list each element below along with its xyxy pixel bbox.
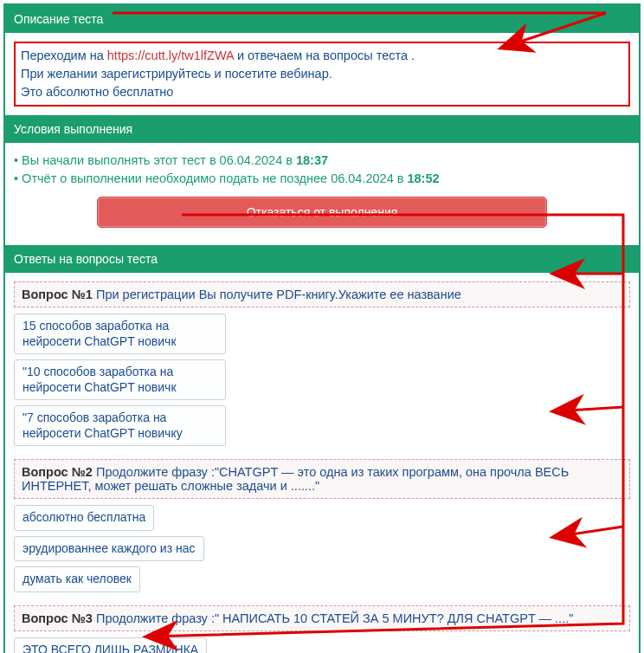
question-box-3: Вопрос №3 Продолжите фразу :" НАПИСАТЬ 1…	[14, 605, 630, 631]
question-number-1: Вопрос №1	[22, 288, 93, 301]
question-number-3: Вопрос №3	[22, 611, 93, 625]
section-header-answers: Ответы на вопросы теста	[5, 245, 639, 273]
q1-option-3[interactable]: "7 способов заработка на нейросети ChatG…	[14, 405, 226, 446]
desc-text-1a: Переходим на	[21, 48, 107, 62]
cond-due-time: 18:52	[407, 171, 439, 185]
q2-option-3[interactable]: думать как человек	[14, 566, 140, 592]
q1-option-2[interactable]: "10 способов заработка на нейросети Chat…	[14, 359, 226, 400]
description-highlight-box: Переходим на https://cutt.ly/tw1lfZWA и …	[14, 42, 630, 107]
q2-option-2[interactable]: эрудированнее каждого из нас	[14, 536, 204, 562]
q2-option-1[interactable]: абсолютно бесплатна	[14, 505, 154, 531]
desc-text-1b: и отвечаем на вопросы теста .	[234, 48, 415, 62]
cond-start-time: 18:37	[296, 153, 328, 167]
question-text-3: Продолжите фразу :" НАПИСАТЬ 10 СТАТЕЙ З…	[93, 611, 573, 625]
question-text-2: Продолжите фразу :"CHATGPT — это одна из…	[22, 465, 569, 493]
conditions-body: • Вы начали выполнять этот тест в 06.04.…	[5, 143, 639, 240]
desc-text-2: При желании зарегистрируйтесь и посетите…	[21, 67, 332, 81]
answers-body: Вопрос №1 При регистрации Вы получите PD…	[5, 273, 639, 653]
q3-option-1[interactable]: ЭТО ВСЕГО ЛИШЬ РАЗМИНКА	[14, 637, 207, 653]
q1-option-1[interactable]: 15 способов заработка на нейросети ChatG…	[14, 314, 226, 354]
refuse-button[interactable]: Отказаться от выполнения	[97, 197, 547, 228]
question-box-1: Вопрос №1 При регистрации Вы получите PD…	[14, 281, 630, 307]
question-number-2: Вопрос №2	[22, 465, 93, 479]
question-text-1: При регистрации Вы получите PDF-книгу.Ук…	[93, 288, 461, 301]
description-body: Переходим на https://cutt.ly/tw1lfZWA и …	[5, 33, 639, 115]
cond-due-prefix: • Отчёт о выполнении необходимо подать н…	[14, 171, 407, 185]
condition-start: • Вы начали выполнять этот тест в 06.04.…	[14, 152, 630, 170]
desc-text-3: Это абсолютно бесплатно	[21, 85, 173, 99]
condition-due: • Отчёт о выполнении необходимо подать н…	[14, 170, 630, 188]
section-header-description: Описание теста	[5, 5, 639, 33]
desc-link[interactable]: https://cutt.ly/tw1lfZWA	[107, 48, 234, 62]
question-box-2: Вопрос №2 Продолжите фразу :"CHATGPT — э…	[14, 459, 630, 499]
section-header-conditions: Условия выполнения	[5, 115, 639, 143]
cond-start-prefix: • Вы начали выполнять этот тест в 06.04.…	[14, 153, 296, 167]
